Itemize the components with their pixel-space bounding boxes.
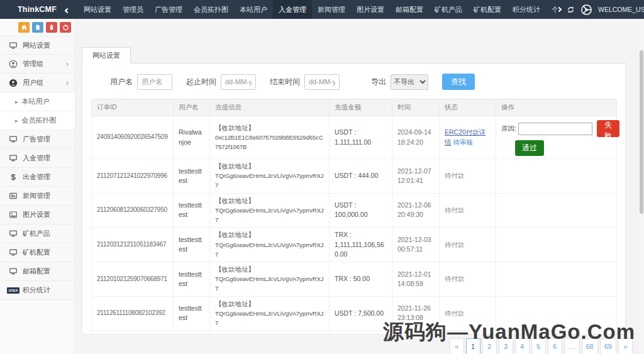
username-cell: testtesttest	[174, 193, 210, 228]
export-select[interactable]: 不导出	[391, 74, 428, 90]
sidebar-item[interactable]: 用户组›	[0, 74, 75, 92]
start-date-input[interactable]	[221, 74, 256, 90]
reason-input[interactable]	[518, 123, 592, 135]
tab-site-settings[interactable]: 网站设置	[82, 47, 131, 64]
power-icon	[62, 24, 69, 31]
page-button[interactable]: 1	[466, 338, 480, 354]
language-globe-icon[interactable]	[580, 4, 592, 16]
scrollbar-thumb[interactable]	[640, 50, 643, 214]
sidebar-item[interactable]: $出金管理	[0, 168, 75, 187]
nav-item[interactable]: 新闻管理	[312, 0, 351, 19]
nav-item[interactable]: 网站设置	[78, 0, 117, 19]
sidebar-subitem[interactable]: ▸会员拓扑图	[0, 111, 75, 130]
nav-item[interactable]: 个人	[546, 0, 557, 19]
status-cell: 待付款	[440, 193, 496, 228]
page-button[interactable]: 3	[499, 338, 513, 354]
sidebar-item[interactable]: 广告管理	[0, 130, 75, 149]
vertical-scrollbar[interactable]	[639, 19, 644, 354]
power-button[interactable]	[60, 22, 71, 33]
search-button[interactable]: 查找	[442, 74, 475, 90]
pending-audit-link[interactable]: 待审核	[453, 138, 473, 146]
top-navbar: ThinkCMF 网站设置管理员广告管理会员拓扑图本站用户入金管理新闻管理图片设…	[0, 0, 644, 19]
page-button[interactable]: …	[564, 338, 580, 354]
end-time-label: 结束时间	[270, 77, 300, 87]
nav-item[interactable]: 矿机配置	[468, 0, 507, 19]
status-text: 待付款	[445, 206, 465, 214]
amount-cell: USDT : 7,500.00	[330, 296, 392, 331]
column-header: 用户名	[174, 99, 210, 116]
page-button[interactable]: 4	[515, 338, 530, 354]
username-input[interactable]	[137, 74, 172, 90]
order-id-cell: 211206081230060327950	[92, 193, 174, 228]
sidebar-item[interactable]: 入金管理	[0, 149, 75, 168]
sidebar-menu: 网站设置管理组›用户组›▸本站用户▸会员拓扑图广告管理入金管理$出金管理新闻管理…	[0, 36, 75, 300]
fail-button[interactable]: 失败	[597, 120, 619, 137]
sidebar-item[interactable]: 网站设置	[0, 36, 75, 55]
nav-item[interactable]: 广告管理	[149, 0, 188, 19]
sidebar-item[interactable]: VISA积分统计	[0, 281, 75, 300]
sidebar-item[interactable]: 图片设置	[0, 206, 75, 224]
status-cell: 待付款	[440, 159, 496, 194]
order-id-cell: 211207121241022970996	[92, 159, 174, 194]
page-button[interactable]: 5	[531, 338, 546, 354]
time-cell: 2021-12-0712:01:41	[392, 159, 440, 194]
sidebar-item[interactable]: 邮箱配置	[0, 262, 75, 281]
actions-cell	[496, 262, 617, 296]
file-button[interactable]	[32, 22, 43, 33]
page-button[interactable]: 2	[482, 338, 497, 354]
username-cell: testtesttest	[174, 296, 210, 331]
nav-item[interactable]: 邮箱配置	[390, 0, 429, 19]
nav-item[interactable]: 会员拓扑图	[188, 0, 234, 19]
nav-item[interactable]: 本站用户	[234, 0, 273, 19]
scroll-tabs-right-icon[interactable]	[557, 8, 561, 11]
amount-cell: TRX : 50.00	[330, 262, 392, 296]
nav-item[interactable]: 管理员	[117, 0, 149, 19]
status-text: 待付款	[445, 275, 465, 282]
page-button[interactable]: 69	[600, 338, 616, 354]
refresh-icon[interactable]	[567, 6, 575, 14]
sidebar-subitem[interactable]: ▸本站用户	[0, 92, 75, 111]
column-header: 时间	[392, 99, 440, 116]
amount-cell: USDT : 1,111,111.00	[330, 116, 392, 159]
home-button[interactable]	[18, 22, 30, 33]
recharge-info-cell: 【收款地址】 TQrGg6oeavEHrmLJcVLiVgVA7yprrvRXJ…	[210, 262, 330, 296]
trash-button[interactable]	[46, 22, 57, 33]
time-cell: 2021-12-0114:08:59	[392, 262, 440, 296]
page-button[interactable]: 6	[548, 338, 562, 354]
file-icon	[35, 24, 41, 31]
collapse-sidebar-icon[interactable]	[65, 4, 69, 15]
table-row: 211201021259070668971 testtesttest 【收款地址…	[92, 262, 617, 296]
column-header: 充值信息	[210, 99, 330, 116]
nav-item[interactable]: 积分统计	[507, 0, 546, 19]
page-button[interactable]: «	[450, 338, 464, 354]
table-row: 211207121241022970996 testtesttest 【收款地址…	[92, 159, 617, 194]
recharge-info-cell: 【收款地址】 TQrGg6oeavEHrmLJcVLiVgVA7yprrvRXJ…	[210, 193, 330, 228]
page-button[interactable]: 68	[582, 338, 598, 354]
amount-cell: TRX : 111.00	[330, 331, 392, 335]
chevron-right-icon: ›	[66, 79, 69, 87]
user-name: WELCOME_USER	[598, 6, 644, 13]
end-date-input[interactable]	[304, 74, 340, 90]
sidebar-item[interactable]: 矿机配置	[0, 243, 75, 262]
time-cell: 2024-09-1418:24:20	[392, 116, 440, 159]
page-button[interactable]: »	[618, 338, 633, 354]
status-cell: 待付款	[440, 331, 496, 335]
caret-right-icon: ▸	[15, 118, 18, 124]
actions-cell: 原因:失败通过	[496, 116, 617, 159]
sidebar-item[interactable]: 新闻管理	[0, 187, 75, 206]
sidebar-item[interactable]: 管理组›	[0, 55, 75, 74]
pass-button[interactable]: 通过	[515, 140, 544, 156]
nav-item[interactable]: 矿机产品	[429, 0, 468, 19]
order-id-cell: 211126111108082102392	[92, 296, 174, 331]
user-menu[interactable]: WELCOME_USER	[598, 6, 644, 13]
tab-bar: 网站设置	[82, 47, 626, 64]
actions-cell	[496, 296, 617, 331]
nav-item[interactable]: 图片设置	[351, 0, 390, 19]
nav-item[interactable]: 入金管理	[273, 0, 312, 19]
monitor-icon	[9, 41, 18, 50]
trash-icon	[48, 24, 55, 31]
news-icon	[9, 192, 18, 201]
sidebar-item[interactable]: 矿机产品	[0, 224, 75, 243]
amount-cell: USDT : 444.00	[330, 159, 392, 194]
export-label: 导出	[371, 77, 386, 87]
